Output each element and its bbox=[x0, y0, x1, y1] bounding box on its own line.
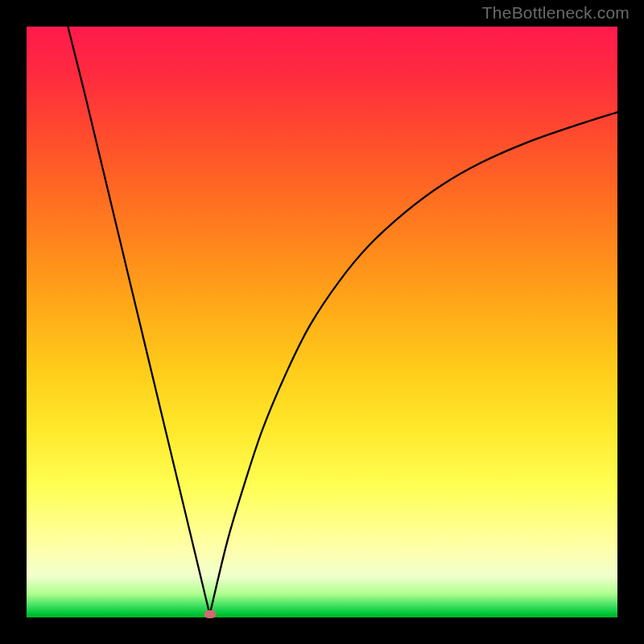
chart-frame: TheBottleneck.com bbox=[0, 0, 644, 644]
min-marker bbox=[204, 610, 216, 618]
curve-left-branch bbox=[68, 27, 209, 614]
curve-svg bbox=[27, 27, 617, 617]
watermark-text: TheBottleneck.com bbox=[482, 3, 630, 23]
plot-area bbox=[27, 27, 617, 617]
curve-right-branch bbox=[210, 112, 617, 614]
